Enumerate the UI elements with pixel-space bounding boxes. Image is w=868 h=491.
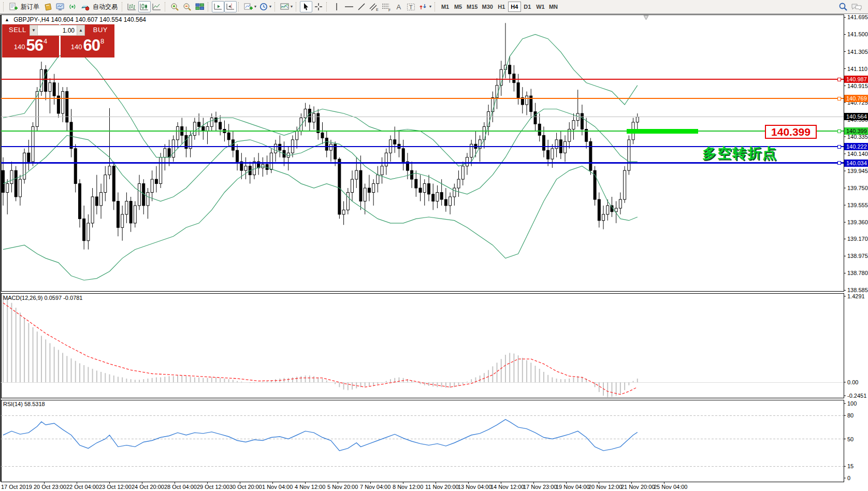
turning-point-annotation[interactable]: 多空转折点 [702,144,777,163]
text-label-icon: T [407,3,416,11]
auto-scroll-button[interactable] [212,1,224,12]
timeframe-m15-button[interactable]: M15 [465,2,480,12]
signals-button[interactable] [67,1,79,12]
terminal-icon [56,3,65,11]
autotrading-button[interactable] [79,1,92,12]
new-order-button[interactable] [7,1,20,12]
svg-text:30 Oct 20:00: 30 Oct 20:00 [229,484,262,490]
crosshair-tool-button[interactable] [312,1,325,12]
cursor-tool-button[interactable] [300,1,312,12]
zoom-out-button[interactable] [181,1,194,12]
text-tool-button[interactable]: A [393,1,405,12]
timeframe-h1-button[interactable]: H1 [495,2,508,12]
svg-text:4 Nov 12:00: 4 Nov 12:00 [295,484,325,490]
equidistant-channel-tool-button[interactable]: E [368,1,380,12]
svg-text:141.110: 141.110 [847,66,867,72]
svg-text:14 Nov 12:00: 14 Nov 12:00 [490,484,524,490]
svg-text:139.170: 139.170 [847,236,868,242]
svg-text:141.695: 141.695 [847,14,868,20]
periods-button[interactable]: ▾ [258,1,273,12]
profiles-button[interactable] [42,1,54,12]
search-icon[interactable] [838,2,848,11]
rsi-indicator-label: RSI(14) 58.5318 [3,401,45,407]
volume-decrease-button[interactable]: ▼ [30,25,37,35]
vertical-line-tool-button[interactable] [330,1,343,12]
fibonacci-tool-button[interactable]: F [380,1,393,12]
one-click-trading-panel: SELL 140564 BUY 140608 ▼ ▲ [2,24,114,57]
timeframe-h4-button[interactable]: H4 [508,2,521,12]
signal-icon [68,3,78,11]
clock-icon [259,3,268,11]
svg-text:-0.2451: -0.2451 [847,393,866,399]
svg-text:139.360: 139.360 [847,219,868,225]
chart-shift-icon [226,3,235,11]
svg-text:28 Oct 04:00: 28 Oct 04:00 [164,484,197,490]
cursor-icon [302,3,310,11]
timeframe-m30-button[interactable]: M30 [480,2,495,12]
timeframe-m5-button[interactable]: M5 [452,2,465,12]
svg-text:20 Oct 23:00: 20 Oct 23:00 [34,484,66,490]
new-order-label[interactable]: 新订单 [21,3,39,11]
collapse-chevron-icon[interactable]: ▲ [5,17,9,22]
svg-text:24 Oct 20:00: 24 Oct 20:00 [132,484,164,490]
svg-text:140.564: 140.564 [846,113,867,120]
market-watch-button[interactable] [54,1,67,12]
price-callout-box[interactable]: 140.399 [765,125,817,139]
svg-text:F: F [388,8,390,11]
svg-text:E: E [376,8,379,11]
svg-text:A: A [397,3,401,11]
chart-symbol-header: ▲ GBPJPY-,H4 140.604 140.607 140.554 140… [5,16,146,23]
main-toolbar: 新订单 自动交易 [0,0,868,14]
trendline-tool-button[interactable] [355,1,368,12]
svg-text:138.585: 138.585 [847,287,868,293]
autotrading-label[interactable]: 自动交易 [93,3,118,11]
timeframe-mn-button[interactable]: MN [547,2,560,12]
price-axis: 141.695141.500141.305141.110140.915140.7… [844,14,868,293]
svg-text:17 Oct 2019: 17 Oct 2019 [1,484,32,490]
indicators-icon [280,3,290,11]
svg-text:8 Nov 12:00: 8 Nov 12:00 [393,484,423,490]
sell-price-base: 140 [14,43,25,51]
horizontal-line-tool-button[interactable] [343,1,355,12]
new-chart-icon [244,3,253,11]
chat-icon[interactable] [851,2,862,11]
timeframe-m1-button[interactable]: M1 [439,2,452,12]
tile-windows-button[interactable] [194,1,206,12]
svg-text:22 Oct 04:00: 22 Oct 04:00 [66,484,99,490]
svg-text:0: 0 [847,475,850,481]
time-axis: 17 Oct 201920 Oct 23:0022 Oct 04:0023 Oc… [1,482,687,490]
svg-text:19 Nov 04:00: 19 Nov 04:00 [556,484,589,490]
svg-text:1 Nov 04:00: 1 Nov 04:00 [262,484,293,490]
ohlc-values: 140.604 140.607 140.554 140.564 [51,16,147,23]
arrows-tool-button[interactable]: ▾ [417,1,433,12]
chart-shift-button[interactable] [224,1,237,12]
svg-text:0.00: 0.00 [847,379,858,385]
candlestick-mode-button[interactable] [138,1,151,12]
svg-text:20 Nov 12:00: 20 Nov 12:00 [588,484,622,490]
svg-text:50: 50 [847,436,853,442]
chart-canvas[interactable]: 141.695141.500141.305141.110140.915140.7… [0,0,868,491]
volume-input[interactable] [37,25,77,35]
dropdown-caret: ▾ [429,5,431,9]
svg-text:140.769: 140.769 [846,95,867,102]
bar-chart-mode-button[interactable] [126,1,138,12]
toolbar-grip [274,2,277,11]
svg-text:7 Nov 04:00: 7 Nov 04:00 [360,484,390,490]
horizontal-line-icon [344,3,354,11]
volume-increase-button[interactable]: ▲ [77,25,84,35]
timeframe-d1-button[interactable]: D1 [521,2,534,12]
trendline-icon [357,3,366,11]
zoom-in-icon [170,3,180,11]
svg-text:5 Nov 20:00: 5 Nov 20:00 [327,484,358,490]
new-chart-button[interactable]: ▾ [242,1,258,12]
line-chart-icon [152,3,162,11]
text-icon: A [395,3,402,11]
indicators-button[interactable]: ▾ [279,1,294,12]
line-chart-mode-button[interactable] [151,1,163,12]
text-label-tool-button[interactable]: T [405,1,417,12]
timeframe-w1-button[interactable]: W1 [534,2,547,12]
volume-control: ▼ ▲ [30,25,85,36]
zoom-in-button[interactable] [169,1,181,12]
svg-text:23 Oct 12:00: 23 Oct 12:00 [99,484,132,490]
zoom-out-icon [183,3,192,11]
